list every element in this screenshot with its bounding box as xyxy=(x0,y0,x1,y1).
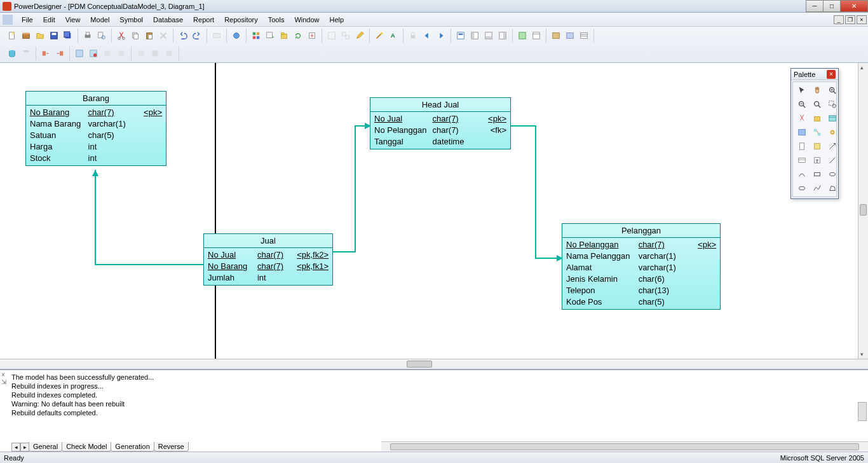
palette-close-button[interactable]: × xyxy=(827,70,836,79)
compare-in-icon[interactable] xyxy=(40,48,51,59)
reference-icon[interactable] xyxy=(810,126,824,139)
layout4-icon[interactable] xyxy=(497,30,508,41)
obj1-icon[interactable] xyxy=(135,48,147,59)
palette-header[interactable]: Palette × xyxy=(791,69,838,80)
doc-close-button[interactable]: × xyxy=(857,15,867,24)
maximize-button[interactable]: □ xyxy=(823,0,841,12)
pointer-icon[interactable] xyxy=(795,84,809,97)
menu-view[interactable]: View xyxy=(60,14,86,25)
table-barang[interactable]: Barang No Barangchar(7)<pk>Nama Barangva… xyxy=(25,91,166,166)
menu-edit[interactable]: Edit xyxy=(38,14,60,25)
text-icon[interactable]: T xyxy=(810,154,824,167)
project-icon[interactable] xyxy=(20,30,32,41)
paste-icon[interactable] xyxy=(144,30,155,41)
output-vscroll[interactable] xyxy=(858,402,867,421)
sync3-icon[interactable] xyxy=(102,48,113,59)
roundrect-icon[interactable] xyxy=(795,182,809,195)
properties-icon[interactable] xyxy=(231,30,242,41)
tab-check-model[interactable]: Check Model xyxy=(62,442,111,452)
view1-icon[interactable] xyxy=(550,30,562,41)
view2-icon[interactable] xyxy=(564,30,576,41)
delete-icon[interactable] xyxy=(158,30,169,41)
save-all-icon[interactable] xyxy=(62,30,74,41)
tab-nav-first[interactable]: ◂ xyxy=(11,443,20,452)
menu-model[interactable]: Model xyxy=(85,14,114,25)
table-pelanggan[interactable]: Pelanggan No Pelangganchar(7)<pk>Nama Pe… xyxy=(562,223,721,310)
open-icon[interactable] xyxy=(34,30,46,41)
zoom-in-icon[interactable] xyxy=(825,84,839,97)
cut-icon[interactable] xyxy=(116,30,127,41)
window2-icon[interactable] xyxy=(531,30,542,41)
output-hscroll[interactable] xyxy=(381,441,868,452)
horizontal-scrollbar[interactable] xyxy=(0,359,868,369)
group-icon[interactable] xyxy=(326,30,337,41)
ellipse-icon[interactable] xyxy=(825,168,839,181)
copy-icon[interactable] xyxy=(130,30,141,41)
font-color-icon[interactable]: A xyxy=(388,30,399,41)
title-icon[interactable] xyxy=(795,154,809,167)
view-icon[interactable] xyxy=(795,126,809,139)
palette-panel[interactable]: Palette × T xyxy=(790,68,839,199)
edit-icon[interactable] xyxy=(354,30,365,41)
line-icon[interactable] xyxy=(825,154,839,167)
vertical-scrollbar[interactable]: ▴ ▾ xyxy=(858,63,868,359)
tab-nav-prev[interactable]: ▸ xyxy=(20,443,29,452)
menu-file[interactable]: File xyxy=(17,14,38,25)
polyline-icon[interactable] xyxy=(810,182,824,195)
lock-icon[interactable] xyxy=(407,30,419,41)
layout3-icon[interactable] xyxy=(483,30,494,41)
scroll-down-icon[interactable]: ▾ xyxy=(860,351,864,357)
diagram-canvas[interactable]: Barang No Barangchar(7)<pk>Nama Barangva… xyxy=(0,63,858,359)
menu-tools[interactable]: Tools xyxy=(263,14,290,25)
hand-icon[interactable] xyxy=(810,84,824,97)
note-icon[interactable] xyxy=(810,140,824,153)
scroll-thumb[interactable] xyxy=(860,204,867,216)
db2-icon[interactable] xyxy=(20,48,32,59)
sync2-icon[interactable] xyxy=(88,48,99,59)
print-icon[interactable] xyxy=(82,30,93,41)
wand-icon[interactable] xyxy=(374,30,385,41)
scroll-thumb[interactable] xyxy=(407,361,432,368)
menu-database[interactable]: Database xyxy=(148,14,188,25)
tab-general[interactable]: General xyxy=(29,442,62,452)
scroll-up-icon[interactable]: ▴ xyxy=(860,64,864,71)
doc-minimize-button[interactable]: _ xyxy=(834,15,844,24)
tab-generation[interactable]: Generation xyxy=(111,442,154,452)
export-icon[interactable] xyxy=(306,30,318,41)
view3-icon[interactable] xyxy=(578,30,590,41)
table-icon[interactable] xyxy=(825,112,839,125)
ungroup-icon[interactable] xyxy=(340,30,351,41)
cut2-icon[interactable] xyxy=(795,112,809,125)
zoom-fit-icon[interactable] xyxy=(810,98,824,111)
sync4-icon[interactable] xyxy=(116,48,127,59)
arc-icon[interactable] xyxy=(795,168,809,181)
obj3-icon[interactable] xyxy=(163,48,175,59)
print-preview-icon[interactable] xyxy=(96,30,107,41)
redo-icon[interactable] xyxy=(191,30,203,41)
zoom-sel-icon[interactable] xyxy=(825,98,839,111)
menu-help[interactable]: Help xyxy=(325,14,349,25)
right-arrow-icon[interactable] xyxy=(435,30,447,41)
polygon-icon[interactable] xyxy=(825,182,839,195)
output-close-icon[interactable]: ×⇲ xyxy=(1,371,6,385)
gear-icon[interactable] xyxy=(825,126,839,139)
system-menu-icon[interactable] xyxy=(3,15,13,25)
table-jual[interactable]: Jual No Jualchar(7)<pk,fk2>No Barangchar… xyxy=(203,233,333,286)
db-icon[interactable] xyxy=(6,48,18,59)
file-icon[interactable] xyxy=(795,140,809,153)
compare-out-icon[interactable] xyxy=(54,48,65,59)
menu-repository[interactable]: Repository xyxy=(219,14,263,25)
menu-report[interactable]: Report xyxy=(188,14,219,25)
obj2-icon[interactable] xyxy=(149,48,161,59)
tab-reverse[interactable]: Reverse xyxy=(154,442,189,452)
zoom-out-icon[interactable] xyxy=(795,98,809,111)
minimize-button[interactable]: ─ xyxy=(806,0,824,12)
diagram-add-icon[interactable]: + xyxy=(264,30,276,41)
package2-icon[interactable] xyxy=(810,112,824,125)
new-icon[interactable] xyxy=(6,30,18,41)
menu-symbol[interactable]: Symbol xyxy=(114,14,148,25)
save-icon[interactable] xyxy=(48,30,60,41)
doc-restore-button[interactable]: ❐ xyxy=(845,15,855,24)
window1-icon[interactable] xyxy=(517,30,528,41)
close-button[interactable]: ✕ xyxy=(840,0,868,12)
